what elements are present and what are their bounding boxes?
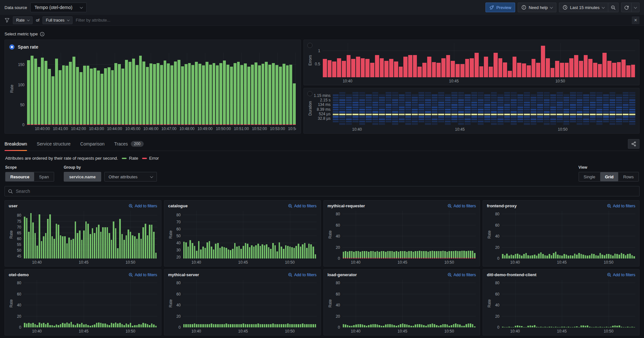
heatmap-cell xyxy=(451,118,457,120)
bar xyxy=(291,280,293,327)
duration-panel[interactable]: Duration1.15 mins2.15 s134 ms8.39 ms524 … xyxy=(303,88,639,134)
add-to-filters-button[interactable]: Add to filters xyxy=(607,273,635,277)
bar xyxy=(479,43,484,77)
tab-traces[interactable]: Traces 200 xyxy=(114,137,144,151)
other-attributes-dropdown[interactable]: Other attributes xyxy=(104,172,157,182)
scope-resource-button[interactable]: Resource xyxy=(5,172,34,181)
search-input[interactable]: Search xyxy=(5,186,639,196)
bar xyxy=(264,280,265,327)
view-grid-button[interactable]: Grid xyxy=(600,172,619,181)
heatmap-cell xyxy=(511,111,516,113)
span-rate-option[interactable]: Span rate xyxy=(9,43,296,51)
errors-radio[interactable] xyxy=(307,43,312,48)
heatmap-cell xyxy=(465,114,470,115)
view-rows-button[interactable]: Rows xyxy=(618,172,639,181)
bar xyxy=(224,280,225,327)
add-to-filters-button[interactable]: Add to filters xyxy=(607,204,635,208)
bar xyxy=(606,280,608,327)
side-metric-panels: Errors0.5110:4010:4510:50 Duration1.15 m… xyxy=(303,40,639,134)
traces-type-select[interactable]: Full traces xyxy=(43,16,72,24)
heatmap-cell xyxy=(623,107,629,108)
time-range-picker[interactable]: Last 15 minutes xyxy=(559,3,608,12)
bar xyxy=(55,53,58,125)
bar xyxy=(115,211,117,258)
bar xyxy=(283,280,284,327)
preview-button[interactable]: Preview xyxy=(485,3,515,12)
bar xyxy=(572,280,573,327)
view-single-button[interactable]: Single xyxy=(579,172,600,181)
panel-rate-chart[interactable]: Rate02040608010:4010:4510:50 xyxy=(487,280,635,334)
bar xyxy=(494,43,498,77)
heatmap-cell xyxy=(418,109,424,110)
heatmap-cell xyxy=(465,99,470,101)
refresh-button[interactable] xyxy=(621,3,632,12)
heatmap-cell xyxy=(438,109,444,110)
heatmap-cell xyxy=(563,102,569,103)
heatmap-cell xyxy=(372,118,378,120)
bar xyxy=(566,211,567,258)
heatmap-cell xyxy=(511,99,516,101)
bar xyxy=(149,211,150,258)
errors-chart[interactable]: Errors0.5110:4010:4510:50 xyxy=(308,43,635,84)
tab-breakdown[interactable]: Breakdown xyxy=(5,137,27,151)
bar xyxy=(111,53,114,125)
bar xyxy=(155,211,157,258)
span-rate-panel[interactable]: Span rate Rate05010015010:40:0010:41:001… xyxy=(5,40,301,134)
heatmap-cell xyxy=(379,102,385,103)
heatmap-cell xyxy=(471,99,477,101)
add-to-filters-button[interactable]: Add to filters xyxy=(447,204,476,208)
heatmap-cell xyxy=(478,104,484,106)
add-to-filters-button[interactable]: Add to filters xyxy=(129,273,157,277)
bar xyxy=(513,280,514,327)
panel-rate-chart[interactable]: Rate2030405060708010:4010:4510:50 xyxy=(168,211,317,265)
errors-panel[interactable]: Errors0.5110:4010:4510:50 xyxy=(303,40,639,85)
group-by-service-name-button[interactable]: service.name xyxy=(64,172,101,182)
bar xyxy=(385,211,387,258)
scope-span-button[interactable]: Span xyxy=(34,172,53,181)
close-filter-button[interactable]: × xyxy=(632,16,639,24)
span-rate-chart[interactable]: Rate05010015010:40:0010:41:0010:42:0010:… xyxy=(9,53,296,131)
panel-rate-chart[interactable]: Rate02040608010:4010:4510:50 xyxy=(328,211,476,265)
bar xyxy=(244,53,247,125)
add-to-filters-button[interactable]: Add to filters xyxy=(288,204,316,208)
heatmap-cell xyxy=(557,114,562,115)
heatmap-cell xyxy=(504,123,510,125)
add-to-filters-button[interactable]: Add to filters xyxy=(447,273,476,277)
metric-select[interactable]: Rate xyxy=(13,16,33,24)
panel-rate-chart[interactable]: Rate02040608010:4010:4510:50 xyxy=(328,280,476,334)
add-to-filters-button[interactable]: Add to filters xyxy=(129,204,157,208)
heatmap-cell xyxy=(445,114,451,115)
tab-service-structure[interactable]: Service structure xyxy=(37,137,71,151)
attribute-filter-input[interactable]: Filter by attribute... xyxy=(76,18,111,23)
bar xyxy=(247,53,250,125)
bar xyxy=(90,53,93,125)
need-help-button[interactable]: Need help xyxy=(518,3,556,12)
heatmap-cell xyxy=(491,121,497,122)
heatmap-cell xyxy=(570,92,576,94)
heatmap-cell xyxy=(517,114,523,115)
span-rate-radio[interactable] xyxy=(9,44,14,50)
panel-rate-chart[interactable]: Rate455055606570758010:4010:4510:50 xyxy=(9,211,157,265)
tab-comparison[interactable]: Comparison xyxy=(80,137,104,151)
refresh-interval-dropdown[interactable] xyxy=(631,3,639,12)
breakdown-panel: frontend-proxy Add to filters Rate020406… xyxy=(483,200,639,267)
panel-rate-chart[interactable]: Rate02040608010:4010:4510:50 xyxy=(9,280,157,334)
heatmap-cell xyxy=(596,121,602,122)
panel-rate-chart[interactable]: Rate02040608010:4010:4510:50 xyxy=(487,211,635,265)
bar xyxy=(617,43,621,77)
heatmap-cell xyxy=(445,94,451,96)
bar xyxy=(470,43,474,77)
add-to-filters-button[interactable]: Add to filters xyxy=(288,273,316,277)
duration-heatmap[interactable]: Duration1.15 mins2.15 s134 ms8.39 ms524 … xyxy=(308,91,635,132)
duration-radio[interactable] xyxy=(307,91,312,96)
heatmap-cell xyxy=(471,102,477,103)
heatmap-cell xyxy=(537,94,543,96)
panel-rate-chart[interactable]: Rate02040608010:4010:4510:50 xyxy=(168,280,317,334)
heatmap-cell xyxy=(537,118,543,120)
bar xyxy=(595,280,597,327)
zoom-out-time-button[interactable] xyxy=(608,3,619,12)
heatmap-cell xyxy=(623,102,629,103)
share-button[interactable] xyxy=(628,139,639,149)
data-source-picker[interactable]: Tempo (otel-demo) xyxy=(30,3,87,12)
bar xyxy=(610,211,612,258)
